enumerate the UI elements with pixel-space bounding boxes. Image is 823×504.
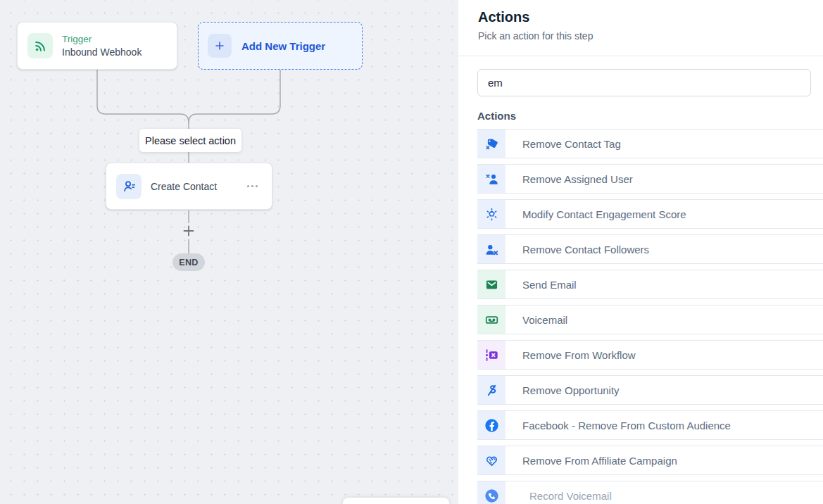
voicemail-icon [477,305,505,334]
followers-remove-icon [477,235,505,263]
action-list-item[interactable]: Remove From Affiliate Campaign [477,446,823,475]
facebook-icon [477,411,505,439]
add-step-plus-icon [184,227,194,236]
email-icon [477,270,505,298]
create-contact-node[interactable]: Create Contact [106,163,272,210]
connector-lines [0,0,458,504]
trigger-node-title: Trigger [62,33,142,46]
trigger-node-subtitle: Inbound Webhook [62,46,142,58]
select-action-tooltip: Please select action [139,129,241,152]
user-remove-icon [477,165,505,193]
action-list-item[interactable]: Remove Contact Tag [477,129,823,158]
action-list-item[interactable]: Record Voicemail [477,481,823,504]
opportunity-remove-icon [477,376,505,404]
panel-title: Actions [478,8,803,27]
trigger-node[interactable]: Trigger Inbound Webhook [17,22,177,70]
action-list-item[interactable]: Remove Opportunity [477,375,823,405]
workflow-remove-icon [477,341,505,369]
add-new-trigger-label: Add New Trigger [241,40,325,52]
action-list: Remove Contact Tag Remove Assigned User … [477,129,823,504]
plus-icon [208,34,232,58]
actions-panel: Actions Pick an action for this step Act… [458,0,823,504]
more-options-icon[interactable] [247,185,262,187]
action-list-item[interactable]: Remove From Workflow [477,340,823,370]
affiliate-remove-icon [477,446,505,474]
workflow-canvas[interactable]: Trigger Inbound Webhook Add New Trigger … [0,0,458,504]
end-badge: END [172,253,205,271]
create-contact-icon [116,174,142,199]
action-list-item[interactable]: Modify Contact Engagement Score [477,199,823,229]
engagement-score-icon [477,200,505,228]
actions-panel-header: Actions Pick an action for this step [458,0,823,56]
action-search-input[interactable] [477,69,811,96]
panel-subtitle: Pick an action for this step [478,30,803,42]
add-new-trigger-button[interactable]: Add New Trigger [198,22,363,70]
action-list-item[interactable]: Send Email [477,270,823,299]
bottom-partial-card [343,498,449,504]
create-contact-label: Create Contact [151,181,247,192]
actions-section-header: Actions [477,110,823,122]
record-voicemail-icon [477,481,505,504]
tag-remove-icon [477,130,505,158]
action-list-item[interactable]: Remove Contact Followers [477,234,823,264]
action-list-item[interactable]: Facebook - Remove From Custom Audience [477,410,823,440]
action-list-item[interactable]: Voicemail [477,305,823,334]
action-list-item[interactable]: Remove Assigned User [477,164,823,194]
webhook-rss-icon [27,33,53,58]
